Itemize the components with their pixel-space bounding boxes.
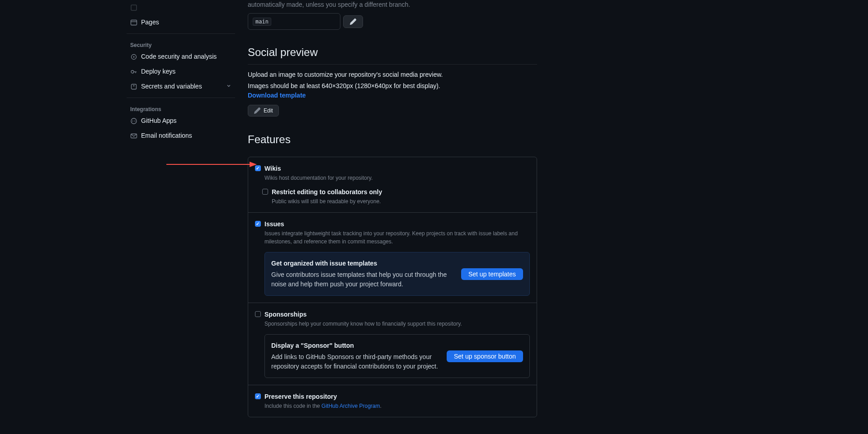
edit-label: Edit (264, 107, 273, 115)
branch-name: main (253, 18, 271, 26)
wikis-desc: Wikis host documentation for your reposi… (264, 174, 373, 182)
restrict-label: Restrict editing to collaborators only (272, 187, 382, 197)
prompt-title: Display a "Sponsor" button (271, 341, 439, 350)
sidebar-item-label: Code security and analysis (141, 52, 217, 61)
sidebar-item-truncated[interactable] (127, 0, 235, 15)
svg-point-6 (133, 56, 135, 57)
svg-rect-2 (131, 5, 137, 10)
sidebar-item-email-notifications[interactable]: Email notifications (127, 128, 235, 143)
issues-desc: Issues integrate lightweight task tracki… (264, 229, 530, 246)
prompt-desc: Give contributors issue templates that h… (271, 270, 454, 289)
feature-sponsorships: Sponsorships Sponsorships help your comm… (248, 303, 537, 385)
sidebar-heading-integrations: Integrations (127, 102, 235, 113)
issue-templates-prompt: Get organized with issue templates Give … (264, 252, 530, 296)
default-branch-input: main (248, 13, 340, 30)
edit-social-button[interactable]: Edit (248, 105, 279, 117)
sidebar-item-label: GitHub Apps (141, 116, 177, 126)
preserve-label: Preserve this repository (264, 392, 382, 401)
preserve-desc: Include this code in the GitHub Archive … (264, 402, 382, 410)
social-preview-heading: Social preview (248, 44, 537, 65)
feature-wikis: Wikis Wikis host documentation for your … (248, 157, 537, 213)
mail-icon (130, 132, 137, 140)
preserve-checkbox[interactable] (255, 393, 261, 399)
sidebar-item-label: Email notifications (141, 131, 192, 140)
key-icon (130, 68, 137, 75)
setup-templates-button[interactable]: Set up templates (461, 268, 523, 280)
sidebar-item-label: Pages (141, 18, 159, 27)
prompt-title: Get organized with issue templates (271, 259, 454, 268)
sponsor-button-prompt: Display a "Sponsor" button Add links to … (264, 334, 530, 378)
sponsorships-desc: Sponsorships help your community know ho… (264, 320, 530, 328)
prompt-desc: Add links to GitHub Sponsors or third-pa… (271, 352, 439, 371)
social-preview-desc: Upload an image to customize your reposi… (248, 70, 537, 79)
feature-preserve: Preserve this repository Include this co… (248, 385, 537, 417)
features-heading: Features (248, 131, 537, 151)
svg-point-14 (135, 121, 136, 121)
sidebar-item-label (141, 3, 143, 12)
svg-rect-3 (131, 20, 137, 25)
wikis-label: Wikis (264, 164, 373, 173)
browser-icon (130, 19, 137, 26)
sidebar-item-deploy-keys[interactable]: Deploy keys (127, 64, 235, 79)
sidebar-item-secrets[interactable]: * Secrets and variables (127, 79, 235, 94)
asterisk-icon: * (130, 83, 137, 90)
settings-main: automatically made, unless you specify a… (248, 0, 537, 417)
hubot-icon (130, 117, 137, 125)
svg-point-12 (131, 118, 137, 124)
settings-sidebar: Pages Security Code security and analysi… (127, 0, 242, 417)
archive-program-link[interactable]: GitHub Archive Program (321, 403, 380, 409)
svg-text:*: * (133, 84, 135, 89)
issues-checkbox[interactable] (255, 221, 261, 227)
sponsorships-checkbox[interactable] (255, 311, 261, 317)
download-template-link[interactable]: Download template (248, 92, 306, 99)
sponsorships-label: Sponsorships (264, 310, 530, 319)
restrict-desc: Public wikis will still be readable by e… (272, 197, 382, 205)
sidebar-item-label: Deploy keys (141, 67, 175, 76)
sidebar-heading-security: Security (127, 37, 235, 49)
issues-label: Issues (264, 219, 530, 229)
edit-branch-button[interactable] (343, 15, 363, 28)
chevron-down-icon (226, 82, 231, 91)
restrict-editing-checkbox[interactable] (262, 189, 268, 195)
svg-point-7 (131, 70, 134, 73)
sidebar-item-pages[interactable]: Pages (127, 15, 235, 30)
social-preview-desc2: Images should be at least 640×320px (128… (248, 81, 537, 91)
pencil-icon (349, 18, 357, 25)
wikis-checkbox[interactable] (255, 165, 261, 171)
code-scan-icon (130, 53, 137, 61)
sidebar-item-github-apps[interactable]: GitHub Apps (127, 113, 235, 128)
default-branch-desc: automatically made, unless you specify a… (248, 0, 537, 9)
pencil-icon (254, 107, 261, 114)
features-box: Wikis Wikis host documentation for your … (248, 157, 537, 417)
setup-sponsor-button[interactable]: Set up sponsor button (447, 350, 523, 362)
sidebar-item-code-security[interactable]: Code security and analysis (127, 49, 235, 64)
feature-issues: Issues Issues integrate lightweight task… (248, 213, 537, 303)
sidebar-item-label: Secrets and variables (141, 82, 202, 91)
generic-icon (130, 4, 137, 11)
svg-point-13 (132, 121, 133, 121)
